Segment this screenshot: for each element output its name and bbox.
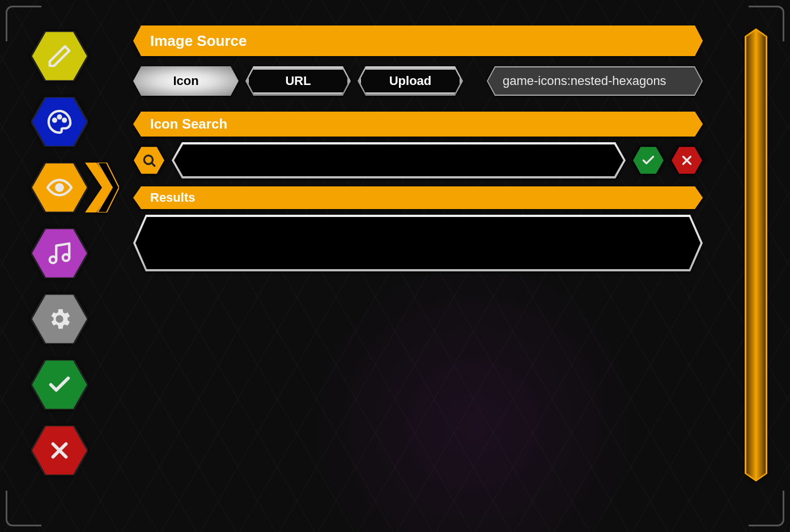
close-icon <box>46 437 73 463</box>
sidebar-item-cancel[interactable] <box>31 425 88 475</box>
section-header-image-source: Image Source <box>133 25 703 56</box>
svg-point-10 <box>50 257 57 263</box>
sidebar <box>31 31 111 475</box>
sidebar-item-audio[interactable] <box>31 228 88 278</box>
check-icon <box>46 372 73 398</box>
sidebar-item-settings[interactable] <box>31 294 88 344</box>
search-button[interactable] <box>133 146 165 175</box>
pencil-icon <box>46 43 73 69</box>
svg-point-2 <box>53 119 56 122</box>
tab-label: Upload <box>389 74 432 88</box>
check-icon <box>641 153 656 168</box>
svg-point-11 <box>63 254 70 261</box>
sidebar-item-view[interactable] <box>31 163 88 212</box>
palette-icon <box>46 109 73 135</box>
tab-label: Icon <box>173 74 198 88</box>
results-box <box>133 215 703 271</box>
icon-search-field[interactable] <box>172 142 626 178</box>
image-source-tabs: Icon URL Upload game-icons:nested-hexago… <box>133 66 703 96</box>
music-icon <box>46 240 73 266</box>
svg-point-6 <box>56 184 63 191</box>
sidebar-item-palette[interactable] <box>31 97 88 147</box>
section-title: Image Source <box>133 25 703 56</box>
icon-search-row <box>133 142 703 178</box>
section-header-icon-search: Icon Search <box>133 112 703 137</box>
image-source-value-text: game-icons:nested-hexagons <box>487 66 703 96</box>
section-title: Results <box>133 186 703 209</box>
sidebar-item-edit[interactable] <box>31 31 88 81</box>
section-header-results: Results <box>133 186 703 209</box>
svg-point-4 <box>63 119 66 122</box>
tab-url[interactable]: URL <box>245 66 351 96</box>
main-panel: Image Source Icon URL Upload game-icons:… <box>133 25 703 271</box>
accept-button[interactable] <box>632 146 664 175</box>
section-title: Icon Search <box>133 112 703 137</box>
svg-point-3 <box>58 116 61 118</box>
tab-icon[interactable]: Icon <box>133 66 239 96</box>
sidebar-item-confirm[interactable] <box>31 360 88 410</box>
close-icon <box>679 153 694 168</box>
gear-icon <box>46 306 73 332</box>
tab-label: URL <box>285 74 311 88</box>
selected-indicator-icon <box>85 163 119 212</box>
svg-line-19 <box>152 163 155 166</box>
scrollbar[interactable] <box>745 28 767 482</box>
image-source-value: game-icons:nested-hexagons <box>487 66 703 96</box>
reject-button[interactable] <box>671 146 703 175</box>
search-icon <box>142 153 156 168</box>
tab-upload[interactable]: Upload <box>358 66 463 96</box>
icon-search-input[interactable] <box>189 142 611 180</box>
eye-icon <box>46 175 73 201</box>
